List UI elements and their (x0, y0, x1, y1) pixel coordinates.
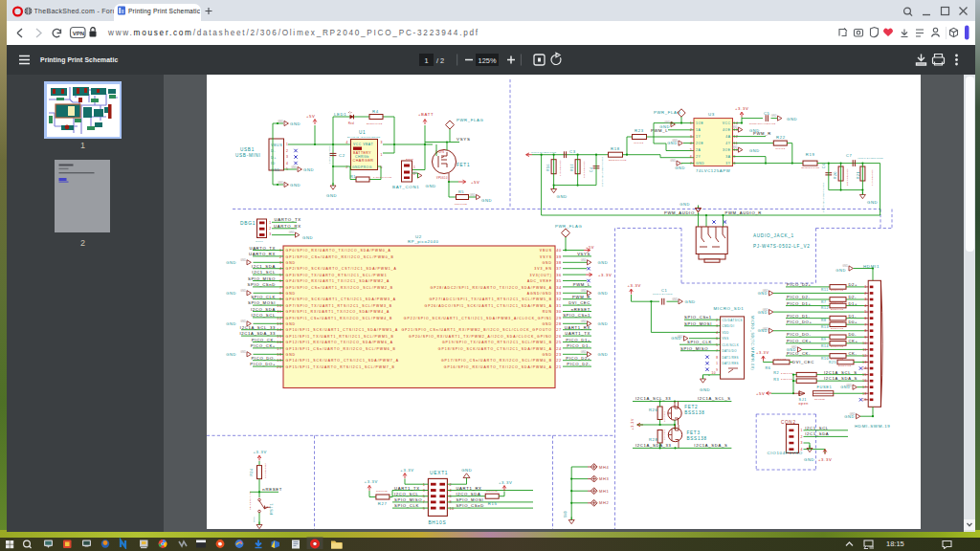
svg-text:BH10S: BH10S (428, 520, 446, 525)
svg-text:PICO_D2-: PICO_D2- (787, 295, 811, 299)
svg-text:3V3(OUT): 3V3(OUT) (530, 274, 552, 277)
svg-text:270R/0402: 270R/0402 (838, 364, 852, 366)
svg-text:D2-: D2- (848, 295, 857, 299)
svg-text:GND: GND (303, 167, 314, 172)
svg-text:3A: 3A (725, 155, 730, 159)
svg-text:SPIO_CSnD: SPIO_CSnD (247, 282, 276, 287)
svg-text:4OE: 4OE (723, 128, 731, 132)
svg-text:+5V: +5V (306, 114, 316, 119)
svg-text:270R/0402: 270R/0402 (831, 289, 844, 291)
svg-text:R13: R13 (821, 325, 829, 329)
svg-text:4Y: 4Y (725, 142, 730, 145)
svg-text:200R/5%/0402: 200R/5%/0402 (802, 166, 820, 168)
svg-text:I2C1_SDA: I2C1_SDA (252, 264, 276, 269)
svg-text:GND: GND (326, 193, 337, 198)
svg-text:14: 14 (734, 121, 739, 125)
svg-text:8: 8 (734, 162, 736, 165)
svg-text:10k/0402: 10k/0402 (663, 429, 665, 440)
svg-text:1.2k/5%/0402: 1.2k/5%/0402 (871, 169, 873, 186)
svg-text:GP15/SPI1_TX/UARTO_RTS/I2C1_SC: GP15/SPI1_TX/UARTO_RTS/I2C1_SCL/PWM7_B (286, 365, 395, 369)
svg-text:USB1: USB1 (240, 147, 255, 152)
svg-text:MH3: MH3 (599, 476, 610, 481)
svg-text:GND: GND (700, 387, 710, 392)
svg-text:34: 34 (556, 285, 562, 290)
svg-text:D1-: D1- (848, 314, 857, 319)
svg-text:www.mouser.com/datasheet/2/306: www.mouser.com/datasheet/2/306/Olimex_RP… (107, 29, 479, 37)
svg-text:4k/0402: 4k/0402 (634, 142, 644, 143)
svg-text:100nF/16V/X7R/0402: 100nF/16V/X7R/0402 (749, 122, 776, 124)
svg-text:D2+: D2+ (848, 282, 858, 287)
svg-text:37: 37 (556, 266, 562, 271)
svg-text:10k/0402: 10k/0402 (486, 490, 498, 492)
svg-text:GND: GND (286, 292, 297, 296)
svg-text:2k/5%/0402: 2k/5%/0402 (367, 122, 383, 125)
svg-text:GND: GND (302, 235, 313, 240)
svg-text:+5V: +5V (586, 245, 594, 250)
svg-text:25: 25 (556, 340, 562, 344)
svg-text:GND: GND (581, 350, 587, 354)
svg-text:UART1_RX: UART1_RX (565, 325, 590, 330)
svg-text:GP3/SPIO_TX/UARTO_RTS/I2C1_SCL: GP3/SPIO_TX/UARTO_RTS/I2C1_SCL/PWM1 (286, 274, 388, 277)
svg-text:1: 1 (424, 56, 428, 65)
svg-text:DAT2/RES: DAT2/RES (722, 362, 739, 365)
svg-text:GND: GND (226, 291, 236, 296)
svg-text:Printing Print Schematic: Printing Print Schematic (40, 56, 118, 64)
svg-text:100R/5%/0402: 100R/5%/0402 (583, 161, 585, 178)
svg-text:PJ-W47S-0502-LF_V2: PJ-W47S-0502-LF_V2 (753, 244, 811, 249)
svg-text:1: 1 (413, 165, 415, 169)
svg-text:GND: GND (581, 320, 587, 323)
svg-text:CMD/DI: CMD/DI (722, 324, 734, 328)
svg-text:+3.3V: +3.3V (818, 457, 832, 462)
svg-text:R10: R10 (821, 357, 829, 361)
svg-text:I2C1A_SDA_S: I2C1A_SDA_S (824, 376, 858, 381)
svg-text:5: 5 (690, 148, 692, 152)
svg-text:GND: GND (598, 291, 609, 296)
svg-text:GND: GND (557, 194, 568, 199)
svg-text:I2C1A_SCL_S: I2C1A_SCL_S (698, 396, 731, 401)
svg-text:R27: R27 (378, 501, 388, 506)
svg-text:GP2/SPIO_SCK/UARTO_CST/I2C1_SD: GP2/SPIO_SCK/UARTO_CST/I2C1_SDA/PWM1_A (286, 267, 397, 271)
svg-text:+5V: +5V (471, 180, 480, 185)
svg-text:+5V: +5V (756, 391, 766, 396)
svg-text:3: 3 (381, 141, 383, 144)
svg-text:SW/KMR2/PJbb1: SW/KMR2/PJbb1 (249, 491, 251, 510)
svg-text:GND: GND (685, 299, 696, 304)
svg-text:U3: U3 (708, 112, 715, 117)
svg-text:GND: GND (758, 292, 768, 296)
svg-text:GND: GND (240, 350, 246, 354)
svg-text:GND: GND (840, 386, 850, 389)
svg-text:C2: C2 (339, 153, 345, 158)
svg-text:GP21/SPIO_CSn/UART1_RX/PWM2_B/: GP21/SPIO_CSn/UART1_RX/PWM2_B/I2CO_SCL/C… (401, 328, 552, 332)
svg-text:SJ1: SJ1 (799, 398, 807, 402)
svg-text:FET3: FET3 (687, 430, 701, 435)
svg-text:3V3_EN: 3V3_EN (534, 267, 552, 271)
svg-text:I2CO_SCL: I2CO_SCL (251, 313, 276, 318)
svg-text:GP10/SPI1_SCK/UART1_CTS/I2C1_S: GP10/SPI1_SCK/UART1_CTS/I2C1_SDA/PWM5_A (286, 328, 399, 332)
svg-text:R5: R5 (458, 190, 464, 194)
svg-text:4: 4 (346, 141, 348, 144)
svg-text:CHRGb: CHRGb (355, 155, 369, 159)
svg-text:4k/0402: 4k/0402 (775, 147, 786, 149)
svg-text:GND: GND (758, 311, 768, 315)
svg-text:WKe0: WKe0 (256, 240, 263, 243)
svg-text:3: 3 (269, 232, 271, 236)
svg-text:D0-: D0- (848, 332, 857, 337)
svg-text:GND: GND (659, 124, 670, 129)
svg-text:4: 4 (449, 489, 452, 493)
svg-text:PICO_D1-: PICO_D1- (787, 314, 811, 319)
svg-text:PICO_D2+: PICO_D2+ (566, 356, 590, 361)
svg-text:1: 1 (269, 221, 271, 225)
svg-text:R23: R23 (635, 128, 644, 133)
svg-text:ADC_VREF: ADC_VREF (527, 279, 552, 283)
svg-text:4: 4 (690, 142, 692, 145)
svg-text:SPIO_CLK: SPIO_CLK (394, 503, 419, 508)
svg-text:+3.3V: +3.3V (499, 480, 512, 485)
svg-text:GP16/SPIO_RX/UARTO_TX/I2CO_SDA: GP16/SPIO_RX/UARTO_TX/I2CO_SDA/PWM0_A (444, 365, 552, 369)
svg-text:MICRO_SD(TC-MPAPR-08): MICRO_SD(TC-MPAPR-08) (750, 316, 754, 370)
svg-text:+3.3V: +3.3V (735, 106, 748, 111)
svg-text:270R/0402: 270R/0402 (831, 345, 844, 347)
svg-text:GND: GND (291, 165, 297, 169)
svg-text:SW03: SW03 (406, 158, 413, 161)
svg-text:U1: U1 (359, 130, 366, 135)
svg-text:UART1_RX: UART1_RX (456, 486, 481, 491)
